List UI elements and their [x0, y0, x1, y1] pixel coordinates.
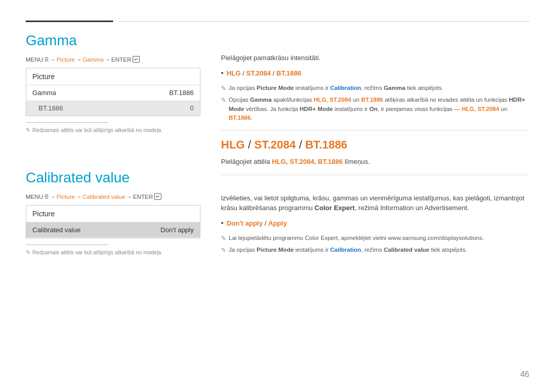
- gamma-menu-path: MENU ☰ → Picture → Gamma → ENTER ↵: [26, 56, 200, 63]
- calibrated-intro: Izvēlieties, vai lietot spilgtuma, krāsu…: [221, 193, 529, 213]
- gamma-row-label: Gamma: [32, 89, 56, 97]
- menu-label: MENU: [26, 57, 43, 63]
- right-column: Pielāgojiet pamatkrāsu intensitāti. HLG …: [216, 32, 529, 371]
- page-container: Gamma MENU ☰ → Picture → Gamma → ENTER ↵: [0, 0, 555, 392]
- cal-note1: ✎ Lai lejupielādētu programmu Color Expe…: [221, 234, 529, 243]
- calibrated-row-label: Calibrated value: [32, 226, 81, 234]
- calibrated-bullet-content: Don't apply / Apply: [227, 218, 287, 229]
- gamma-sub-value: 0: [190, 104, 194, 112]
- gamma-section: Gamma MENU ☰ → Picture → Gamma → ENTER ↵: [26, 32, 200, 134]
- gamma-picture-box: Picture Gamma BT.1886 BT.1886 0: [26, 68, 200, 116]
- calibrated-note-text: Redzamais attēls var būt atšķirīgs atkar…: [32, 249, 162, 255]
- hlg-title: HLG / ST.2084 / BT.1886: [221, 138, 529, 152]
- calibrated-picture-box: Picture Calibrated value Don't apply: [26, 205, 200, 238]
- gamma-title: Gamma: [26, 32, 200, 49]
- separator1: [221, 130, 529, 130]
- hlg-orange-refs: HLG, ST.2084, BT.1886: [272, 158, 343, 165]
- hdrplus-bold2: HDR+ Mode: [300, 106, 333, 112]
- pencil-icon2: ✎: [221, 96, 226, 105]
- bt1886-link: BT.1886: [276, 69, 301, 77]
- cal-note2: ✎ Ja opcijas Picture Mode iestatījums ir…: [221, 246, 529, 255]
- st2084-ref2: ST.2084: [477, 106, 499, 112]
- cal-calibrated-link: Calibrated value: [83, 194, 125, 200]
- arrow2: →: [76, 57, 82, 63]
- cal-picture-link: Picture: [57, 194, 75, 200]
- hlg-title-hlg: HLG: [221, 138, 245, 151]
- top-divider: [26, 21, 529, 22]
- gamma-link: Gamma: [83, 57, 104, 63]
- color-expert-bold: Color Expert: [314, 204, 355, 212]
- calibrated-menu-path: MENU ☰ → Picture → Calibrated value → EN…: [26, 193, 200, 200]
- gamma-sub-label: BT.1886: [39, 104, 63, 112]
- calibrated-divider: [26, 245, 108, 245]
- hlg-intro: Pielāgojiet attēla HLG, ST.2084, BT.1886…: [221, 157, 529, 167]
- cal-arrow3: →: [126, 194, 132, 200]
- calibrated-bullet-list: Don't apply / Apply: [221, 218, 529, 229]
- gamma-note2: ✎ Opcijas Gamma apakšfunkcijas HLG, ST.2…: [221, 96, 529, 122]
- gamma-note1: ✎ Ja opcijas Picture Mode iestatījums ir…: [221, 84, 529, 93]
- picture-mode-bold1: Picture Mode: [256, 85, 293, 91]
- calibrated-box-row: Calibrated value Don't apply: [26, 222, 200, 238]
- arrow3: →: [105, 57, 110, 63]
- hlg-link: HLG: [227, 69, 240, 77]
- gamma-divider: [26, 122, 108, 123]
- content-columns: Gamma MENU ☰ → Picture → Gamma → ENTER ↵: [26, 32, 529, 371]
- bt1886-ref2: BT.1886: [229, 115, 251, 121]
- gamma-box-row: Gamma BT.1886: [26, 85, 200, 101]
- gamma-row-value: BT.1886: [169, 89, 194, 97]
- left-sections: Gamma MENU ☰ → Picture → Gamma → ENTER ↵: [26, 32, 200, 256]
- hlg-title-bt1886: BT.1886: [305, 138, 347, 151]
- gamma-note2-text: Opcijas Gamma apakšfunkcijas HLG, ST.208…: [229, 96, 529, 122]
- st2084-ref1: ST.2084: [329, 97, 351, 103]
- hlg-ref2: HLG: [461, 106, 474, 112]
- calibrated-row-value: Don't apply: [160, 226, 194, 234]
- left-column: Gamma MENU ☰ → Picture → Gamma → ENTER ↵: [26, 32, 216, 371]
- gamma-bullet-list: HLG / ST.2084 / BT.1886: [221, 68, 529, 79]
- picture-link: Picture: [57, 57, 75, 63]
- sep2: /: [273, 69, 276, 77]
- cal-note2-text: Ja opcijas Picture Mode iestatījums ir C…: [229, 246, 467, 254]
- cal-sep: /: [265, 219, 268, 227]
- cal-enter-icon: ↵: [154, 193, 161, 200]
- gamma-intro: Pielāgojiet pamatkrāsu intensitāti.: [221, 53, 529, 63]
- hlg-ref1: HLG: [314, 97, 326, 103]
- gamma-bold2: Gamma: [250, 97, 272, 103]
- calibrated-box-header: Picture: [26, 206, 200, 222]
- top-line-right: [118, 21, 529, 22]
- hlg-sep1: /: [248, 138, 254, 151]
- st2084-link: ST.2084: [246, 69, 271, 77]
- gamma-subrow: BT.1886 0: [26, 101, 200, 116]
- on-bold: On: [369, 106, 378, 112]
- calibrated-section: Calibrated value MENU ☰ → Picture → Cali…: [26, 170, 200, 256]
- page-number: 46: [520, 370, 529, 379]
- calibrated-note: ✎ Redzamais attēls var būt atšķirīgs atk…: [26, 249, 200, 256]
- separator2: [221, 175, 529, 175]
- gamma-note1-text: Ja opcijas Picture Mode iestatījums ir C…: [229, 84, 443, 92]
- gamma-note-text: Redzamais attēls var būt atšķirīgs atkar…: [32, 127, 162, 133]
- calibrated-bullet-item: Don't apply / Apply: [221, 218, 529, 229]
- calibrated-note-icon: ✎: [26, 249, 30, 256]
- hlg-section: HLG / ST.2084 / BT.1886 Pielāgojiet attē…: [221, 138, 529, 167]
- cal-enter-label: ENTER: [133, 194, 153, 200]
- gamma-bullet-content: HLG / ST.2084 / BT.1886: [227, 68, 301, 79]
- gamma-right-section: Pielāgojiet pamatkrāsu intensitāti. HLG …: [221, 32, 529, 175]
- cal-pencil1: ✎: [221, 234, 226, 243]
- cal-note1-text: Lai lejupielādētu programmu Color Expert…: [229, 234, 484, 242]
- gamma-bullet-item: HLG / ST.2084 / BT.1886: [221, 68, 529, 79]
- cal-menu-icon: ☰: [44, 194, 49, 199]
- gamma-box-header: Picture: [26, 68, 200, 85]
- gamma-bold1: Gamma: [384, 85, 405, 91]
- arrow1: →: [50, 57, 55, 63]
- calibrated-right-section: Izvēlieties, vai lietot spilgtuma, krāsu…: [221, 183, 529, 255]
- cal-arrow2: →: [76, 194, 82, 200]
- gamma-note: ✎ Redzamais attēls var būt atšķirīgs atk…: [26, 127, 200, 134]
- top-line-left: [26, 21, 113, 22]
- calibrated-title: Calibrated value: [26, 170, 200, 186]
- calibrated-value-bold: Calibrated value: [384, 247, 430, 253]
- menu-icon: ☰: [44, 57, 49, 62]
- dont-apply-link: Don't apply: [227, 219, 263, 227]
- enter-label: ENTER: [112, 57, 132, 63]
- bt1886-ref1: BT.1886: [361, 97, 383, 103]
- apply-link: Apply: [268, 219, 287, 227]
- cal-menu-label: MENU: [26, 194, 43, 200]
